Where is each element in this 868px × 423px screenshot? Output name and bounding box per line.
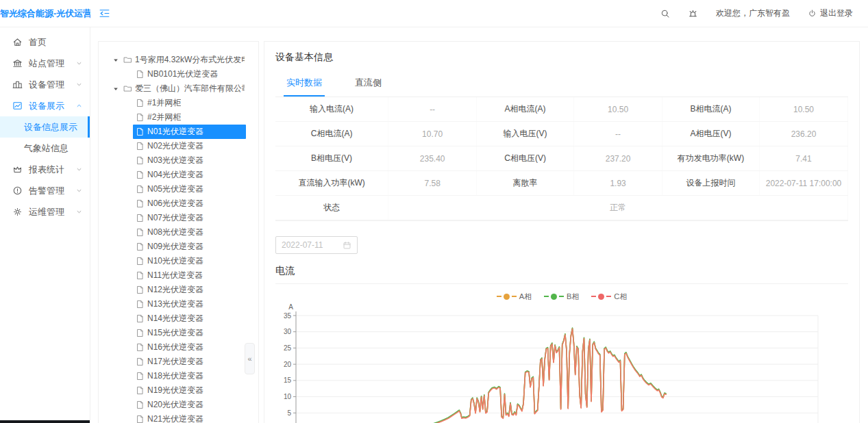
chevron-down-icon — [75, 81, 83, 88]
tree-node-N14光伏逆变器[interactable]: N14光伏逆变器 — [99, 311, 258, 326]
tree-node-N11光伏逆变器[interactable]: N11光伏逆变器 — [99, 268, 258, 283]
sidebar-item-5[interactable]: 告警管理 — [0, 180, 90, 201]
main-panel: 设备基本信息 实时数据直流侧 输入电流(A)--A相电流(A)10.50B相电流… — [264, 41, 860, 423]
tab-bar: 实时数据直流侧 — [275, 70, 848, 97]
current-line-chart: 05101520253035A00:0001:0002:0003:0004:00… — [275, 302, 848, 423]
tree-node-N20光伏逆变器[interactable]: N20光伏逆变器 — [99, 398, 258, 412]
sidebar-item-1[interactable]: 站点管理 — [0, 53, 90, 74]
bottom-dark-strip — [0, 420, 90, 423]
tree-node-N02光伏逆变器[interactable]: N02光伏逆变器 — [99, 139, 258, 153]
tree-node-NB0101光伏逆变器[interactable]: NB0101光伏逆变器 — [99, 67, 258, 81]
chart-legend: A相B相C相 — [275, 291, 848, 302]
sidebar-subitem-3-1[interactable]: 气象站信息 — [0, 138, 90, 159]
field-value: 2022-07-11 17:00:00 — [760, 171, 848, 195]
field-label: B相电压(V) — [275, 146, 388, 170]
chevron-down-icon — [75, 166, 83, 173]
legend-dot — [551, 294, 557, 300]
welcome-text: 欢迎您，广东智有盈 — [716, 8, 790, 19]
file-icon — [136, 113, 145, 122]
file-icon — [136, 271, 145, 280]
file-icon — [136, 285, 145, 294]
tree-node-N09光伏逆变器[interactable]: N09光伏逆变器 — [99, 240, 258, 254]
file-icon — [136, 156, 145, 165]
tree-collapse-handle[interactable]: « — [245, 343, 255, 374]
folder-icon — [123, 84, 132, 93]
tree-node-N01光伏逆变器[interactable]: N01光伏逆变器 — [99, 125, 258, 139]
field-value: 10.50 — [574, 97, 662, 121]
legend-item-B相[interactable]: B相 — [544, 291, 579, 302]
chart-section-title: 电流 — [275, 265, 848, 284]
gear-icon — [12, 207, 23, 217]
tree-node-1号家用4.32kW分布式光伏发电站[interactable]: 1号家用4.32kW分布式光伏发电站 — [99, 53, 258, 67]
tree-node-爱三（佛山）汽车部件有限公司光伏发[interactable]: 爱三（佛山）汽车部件有限公司光伏发 — [99, 81, 258, 96]
file-icon — [136, 170, 145, 179]
field-value: 236.20 — [760, 122, 848, 146]
tree-node-N12光伏逆变器[interactable]: N12光伏逆变器 — [99, 283, 258, 297]
menu-fold-icon[interactable] — [99, 8, 110, 19]
file-icon — [136, 257, 145, 266]
power-icon — [808, 9, 817, 18]
tree-node-N04光伏逆变器[interactable]: N04光伏逆变器 — [99, 168, 258, 182]
tab-实时数据[interactable]: 实时数据 — [284, 70, 325, 97]
sidebar-item-3[interactable]: 设备展示 — [0, 95, 90, 116]
tree-expand-caret[interactable] — [111, 86, 121, 92]
file-icon — [136, 70, 145, 79]
field-value: 1.93 — [574, 171, 662, 195]
search-icon[interactable] — [660, 9, 670, 18]
file-icon — [136, 99, 145, 107]
tree-node-N21光伏逆变器[interactable]: N21光伏逆变器 — [99, 412, 258, 423]
logout-button[interactable]: 退出登录 — [808, 8, 853, 19]
field-value: 10.50 — [760, 97, 848, 121]
tree-node-N16光伏逆变器[interactable]: N16光伏逆变器 — [99, 340, 258, 355]
chevron-up-icon — [75, 102, 83, 110]
crown-icon — [12, 164, 23, 175]
tree-node-N03光伏逆变器[interactable]: N03光伏逆变器 — [99, 153, 258, 168]
legend-item-C相[interactable]: C相 — [591, 291, 627, 302]
sidebar-item-0[interactable]: 首页 — [0, 31, 90, 53]
tree-node-N05光伏逆变器[interactable]: N05光伏逆变器 — [99, 182, 258, 196]
tree-node-N18光伏逆变器[interactable]: N18光伏逆变器 — [99, 369, 258, 383]
home-icon — [12, 37, 23, 47]
legend-dot — [598, 294, 604, 300]
tree-node-N06光伏逆变器[interactable]: N06光伏逆变器 — [99, 196, 258, 211]
table-row-status: 状态正常 — [275, 196, 848, 220]
chevron-down-icon — [75, 60, 83, 67]
file-icon — [136, 228, 145, 237]
tree-node-N13光伏逆变器[interactable]: N13光伏逆变器 — [99, 297, 258, 311]
tree-node-N08光伏逆变器[interactable]: N08光伏逆变器 — [99, 225, 258, 240]
svg-text:10: 10 — [284, 393, 292, 400]
field-label: 输入电压(V) — [477, 122, 574, 146]
svg-text:20: 20 — [284, 361, 292, 368]
tree-node-#2并网柜[interactable]: #2并网柜 — [99, 110, 258, 125]
tree-node-N10光伏逆变器[interactable]: N10光伏逆变器 — [99, 254, 258, 268]
sidebar-subitem-3-0[interactable]: 设备信息展示 — [0, 116, 90, 138]
alarm-icon[interactable] — [688, 8, 698, 18]
tree-node-N15光伏逆变器[interactable]: N15光伏逆变器 — [99, 326, 258, 340]
tab-直流侧[interactable]: 直流侧 — [352, 70, 384, 97]
bank-icon — [12, 58, 23, 68]
field-label: C相电流(A) — [275, 122, 388, 146]
tree-node-N19光伏逆变器[interactable]: N19光伏逆变器 — [99, 383, 258, 398]
file-icon — [136, 199, 145, 208]
file-icon — [136, 185, 145, 194]
tree-node-N17光伏逆变器[interactable]: N17光伏逆变器 — [99, 355, 258, 369]
field-value: 10.70 — [388, 122, 477, 146]
field-label: 输入电流(A) — [275, 97, 388, 121]
field-value: -- — [574, 122, 662, 146]
date-picker[interactable]: 2022-07-11 — [275, 236, 358, 254]
file-icon — [136, 142, 145, 151]
sidebar-item-4[interactable]: 报表统计 — [0, 159, 90, 180]
field-label: 直流输入功率(kW) — [275, 171, 388, 195]
sidebar-item-6[interactable]: 运维管理 — [0, 201, 90, 222]
table-row: C相电流(A)10.70输入电压(V)--A相电压(V)236.20 — [275, 122, 848, 146]
tree-node-#1并网柜[interactable]: #1并网柜 — [99, 96, 258, 110]
tree-node-N07光伏逆变器[interactable]: N07光伏逆变器 — [99, 211, 258, 225]
tree-expand-caret[interactable] — [111, 57, 121, 64]
file-icon — [136, 386, 145, 395]
field-value: 7.58 — [388, 171, 477, 195]
svg-text:25: 25 — [284, 344, 292, 352]
calendar-icon — [343, 241, 351, 250]
field-value: 7.41 — [760, 146, 848, 170]
legend-item-A相[interactable]: A相 — [497, 291, 532, 302]
sidebar-item-2[interactable]: 设备管理 — [0, 74, 90, 95]
